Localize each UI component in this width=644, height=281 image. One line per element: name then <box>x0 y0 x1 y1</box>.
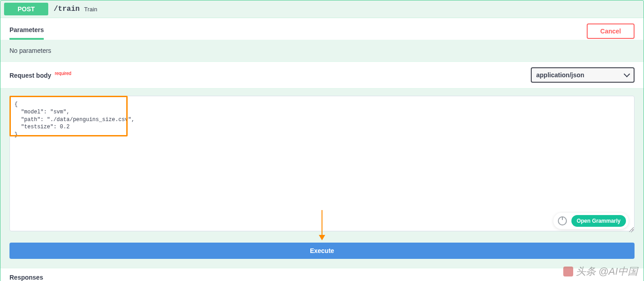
no-parameters-message: No parameters <box>0 40 644 61</box>
content-type-select-wrap: application/json <box>531 67 635 83</box>
tab-parameters[interactable]: Parameters <box>9 23 44 40</box>
grammarly-widget: Open Grammarly <box>553 213 629 229</box>
content-type-select[interactable]: application/json <box>531 67 635 83</box>
request-body-label: Request body <box>9 72 51 79</box>
request-body-textarea[interactable]: { "model": "svm", "path": "./data/pengui… <box>9 96 635 231</box>
endpoint-header[interactable]: POST /train Train <box>0 0 644 18</box>
request-body-label-wrap: Request body required <box>9 71 71 79</box>
endpoint-block: POST /train Train Parameters Cancel No p… <box>0 0 644 281</box>
execute-button[interactable]: Execute <box>9 243 635 259</box>
request-body-bar: Request body required application/json <box>0 61 644 89</box>
power-icon[interactable] <box>558 216 567 225</box>
open-grammarly-button[interactable]: Open Grammarly <box>571 215 626 227</box>
required-tag: required <box>55 71 71 76</box>
endpoint-path: /train <box>54 5 80 13</box>
request-body-area: { "model": "svm", "path": "./data/pengui… <box>0 89 644 238</box>
tab-row: Parameters <box>9 23 55 40</box>
execute-row: Execute <box>0 238 644 268</box>
http-method-badge: POST <box>4 3 48 15</box>
endpoint-summary: Train <box>84 6 97 13</box>
cancel-button[interactable]: Cancel <box>587 23 635 39</box>
responses-label: Responses <box>0 268 644 281</box>
parameters-bar: Parameters Cancel <box>0 18 644 40</box>
